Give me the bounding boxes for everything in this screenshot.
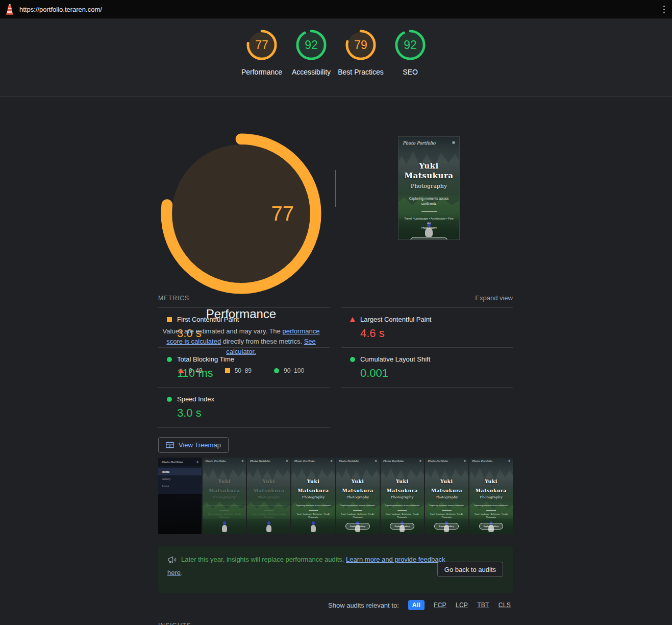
- screenshot-title-line2: Matsukura: [342, 488, 373, 493]
- performance-hero-section: 77 Performance Values are estimated and …: [158, 97, 513, 286]
- legend-average-range: 50–89: [235, 367, 252, 374]
- screenshot-site-logo: Photo Portfolio: [250, 460, 270, 463]
- filmstrip-frame-6: Photo Portfolio ≡ YukiMatsukura Photogra…: [381, 458, 424, 534]
- filmstrip-frame-5: Photo Portfolio ≡ YukiMatsukura Photogra…: [336, 458, 380, 534]
- view-treemap-label: View Treemap: [179, 441, 221, 449]
- screenshot-hero-content: YukiMatsukura Photography Capturing mome…: [381, 476, 424, 530]
- screenshot-site-logo: Photo Portfolio: [161, 461, 183, 464]
- screenshot-categories-2: Photography: [399, 226, 459, 230]
- accessibility-score: 92: [295, 29, 327, 61]
- screenshot-title-line2: Matsukura: [253, 488, 284, 493]
- report-url[interactable]: https://portfolio.teraren.com/: [19, 6, 102, 13]
- summary-gauge-seo[interactable]: 92 SEO: [386, 29, 435, 97]
- filter-chip-fcp[interactable]: FCP: [434, 602, 446, 609]
- triangle-icon: [350, 317, 355, 322]
- metric-value: 4.6 s: [360, 327, 513, 340]
- circle-icon: [167, 397, 172, 402]
- screenshot-title: YukiMatsukura: [297, 478, 329, 493]
- treemap-icon: [166, 442, 174, 448]
- metric-name: Cumulative Layout Shift: [360, 355, 430, 363]
- description-text: Values are estimated and may vary. The: [163, 327, 283, 335]
- screenshot-title-line1: Yuki: [352, 478, 364, 484]
- screenshot-site-logo: Photo Portfolio: [294, 460, 314, 463]
- screenshot-categories-2: Photography: [469, 516, 513, 519]
- insights-notice-text: Later this year, insights will replace p…: [167, 553, 445, 580]
- explore-gallery-button-image: Explore Gallery: [479, 523, 504, 530]
- screenshot-subtitle: Photography: [291, 495, 335, 499]
- screenshot-tagline: Capturing moments across continents: [291, 504, 335, 507]
- summary-gauge-accessibility[interactable]: 92 Accessibility: [287, 29, 336, 97]
- description-text: directly from these metrics.: [221, 338, 304, 345]
- insights-notice-banner: Later this year, insights will replace p…: [158, 546, 513, 593]
- screenshot-title-line2: Matsukura: [209, 488, 240, 493]
- view-treemap-button[interactable]: View Treemap: [158, 437, 229, 453]
- portfolio-screenshot: Photo Portfolio ≡ YukiMatsukura Photogra…: [425, 458, 468, 534]
- screenshot-categories-2: Photography: [425, 516, 468, 519]
- expand-view-button[interactable]: Expand view: [475, 294, 513, 302]
- screenshot-site-header: Photo Portfolio ≡: [399, 137, 459, 149]
- insights-header: INSIGHTS: [158, 620, 513, 625]
- screenshot-tagline: Capturing moments across continents: [203, 504, 246, 507]
- screenshot-title-line1: Yuki: [419, 161, 438, 171]
- filter-chip-tbt[interactable]: TBT: [477, 602, 489, 609]
- accessibility-label: Accessibility: [292, 67, 331, 78]
- screenshot-site-logo: Photo Portfolio: [428, 460, 448, 463]
- seo-label: SEO: [403, 67, 418, 78]
- lighthouse-icon: [5, 3, 14, 16]
- screenshot-subtitle: Photography: [336, 495, 380, 499]
- screenshot-site-header: Photo Portfolio ≡: [425, 458, 468, 465]
- metric-cell-empty: [341, 387, 513, 427]
- kebab-menu-icon[interactable]: [662, 5, 666, 14]
- filmstrip-frame-2: Photo Portfolio ≡ YukiMatsukura Photogra…: [203, 458, 246, 534]
- explore-gallery-button-image: Explore Gallery: [390, 523, 414, 530]
- go-back-to-audits-button[interactable]: Go back to audits: [437, 562, 503, 577]
- metric-value: 3.0 s: [177, 406, 330, 420]
- seo-score: 92: [394, 29, 426, 61]
- screenshot-title-line1: Yuki: [396, 478, 409, 484]
- screenshot-nav-home: Home: [158, 468, 202, 475]
- filmstrip-frame-1: Photo Portfolio × Home Gallery About: [158, 458, 202, 534]
- portfolio-screenshot: Photo Portfolio ≡ YukiMatsukura Photogra…: [399, 137, 459, 239]
- portfolio-menu-screenshot: Photo Portfolio × Home Gallery About: [158, 458, 202, 534]
- screenshot-site-logo: Photo Portfolio: [205, 460, 226, 463]
- divider-rule: [309, 510, 318, 511]
- screenshot-tagline: Capturing moments across continents: [399, 196, 459, 207]
- screenshot-title: YukiMatsukura: [431, 478, 462, 493]
- screenshot-title: YukiMatsukura: [476, 478, 507, 493]
- portfolio-screenshot: Photo Portfolio ≡ YukiMatsukura Photogra…: [203, 458, 246, 534]
- explore-gallery-button-image: Explore Gallery: [434, 523, 459, 530]
- filter-chip-cls[interactable]: CLS: [499, 602, 511, 609]
- screenshot-site-logo: Photo Portfolio: [338, 460, 359, 463]
- hamburger-icon: ≡: [464, 460, 466, 463]
- hamburger-icon: ≡: [375, 460, 377, 463]
- divider-rule: [353, 510, 363, 511]
- score-summary-row: 77 Performance 92 Accessibility: [237, 29, 435, 97]
- summary-gauge-best-practices[interactable]: 79 Best Practices: [336, 29, 386, 97]
- screenshot-subtitle: Photography: [203, 495, 246, 499]
- screenshot-title: YukiMatsukura: [387, 478, 418, 493]
- legend-average: 50–89: [225, 367, 252, 374]
- screenshot-title: YukiMatsukura: [209, 478, 240, 493]
- screenshot-site-logo: Photo Portfolio: [383, 460, 404, 463]
- portfolio-screenshot: Photo Portfolio ≡ YukiMatsukura Photogra…: [381, 458, 424, 534]
- filmstrip-frame-8: Photo Portfolio ≡ YukiMatsukura Photogra…: [469, 458, 513, 534]
- circle-icon: [274, 368, 279, 373]
- screenshot-site-logo: Photo Portfolio: [472, 460, 492, 463]
- performance-description: Values are estimated and may vary. The p…: [159, 326, 323, 357]
- screenshot-categories-2: Photography: [247, 516, 290, 519]
- filmstrip-frame-4: Photo Portfolio ≡ YukiMatsukura Photogra…: [291, 458, 335, 534]
- summary-gauge-performance[interactable]: 77 Performance: [237, 29, 287, 97]
- screenshot-title: YukiMatsukura: [253, 478, 284, 493]
- screenshot-subtitle: Photography: [381, 495, 424, 499]
- filter-chip-lcp[interactable]: LCP: [456, 602, 468, 609]
- screenshot-nav-gallery: Gallery: [158, 475, 202, 483]
- screenshot-site-header: Photo Portfolio ≡: [291, 458, 335, 465]
- screenshot-tagline: Capturing moments across continents: [381, 504, 424, 507]
- portfolio-screenshot: Photo Portfolio ≡ YukiMatsukura Photogra…: [247, 458, 290, 534]
- metric-value: 0.001: [360, 367, 513, 380]
- screenshot-hero-content: YukiMatsukura Photography Capturing mome…: [247, 476, 290, 519]
- filter-chip-all[interactable]: All: [408, 600, 425, 610]
- portfolio-screenshot: Photo Portfolio ≡ YukiMatsukura Photogra…: [469, 458, 513, 534]
- metric-speed-index: Speed Index 3.0 s: [158, 387, 330, 428]
- performance-report: 77 Performance Values are estimated and …: [158, 97, 513, 625]
